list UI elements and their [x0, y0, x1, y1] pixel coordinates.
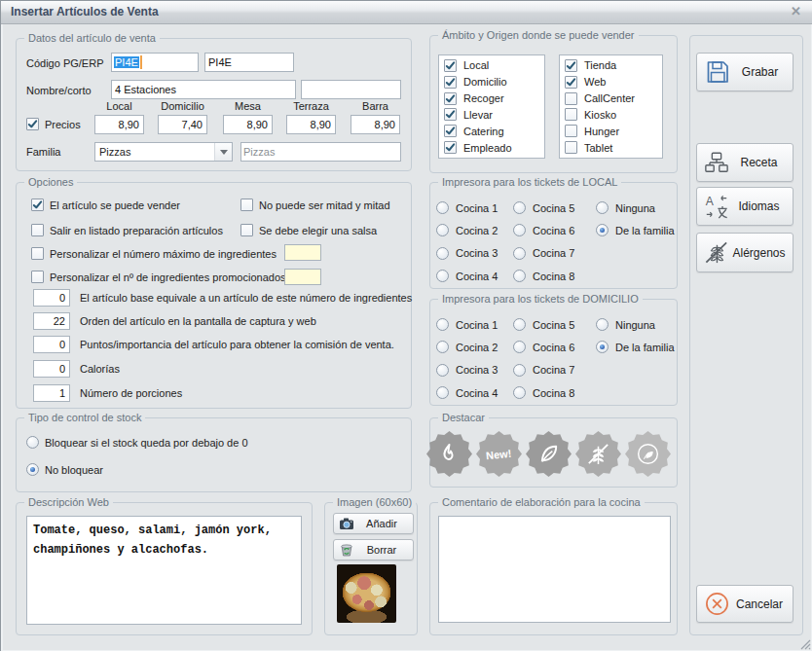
dom-cocina1-radio[interactable]: [436, 318, 449, 331]
local-cocina5-radio[interactable]: [513, 201, 526, 214]
badge-nuevo[interactable]: New!: [476, 431, 522, 477]
ambito-callcenter-checkbox[interactable]: [565, 92, 577, 105]
badge-sin-gluten[interactable]: [575, 431, 621, 477]
group-impresora-domicilio-title: Impresora para los tickets de DOMICILIO: [438, 293, 643, 306]
price-terraza-input[interactable]: [286, 115, 336, 134]
ambito-recoger-checkbox[interactable]: [444, 92, 457, 105]
nombre-input[interactable]: [111, 80, 296, 99]
radio-label: Cocina 2: [456, 342, 498, 353]
anadir-imagen-button[interactable]: Añadir: [333, 513, 414, 534]
resize-grip[interactable]: [800, 639, 811, 650]
puntos-input[interactable]: [33, 336, 70, 353]
price-mesa-input[interactable]: [223, 115, 273, 134]
local-cocina8-radio[interactable]: [513, 270, 526, 282]
radio-column: Cocina 5 Cocina 6 Cocina 7 Cocina 8: [513, 197, 574, 287]
radio-column: Ninguna De la familia: [596, 313, 675, 359]
grabar-button[interactable]: Grabar: [696, 53, 794, 91]
ambito-domicilio-checkbox[interactable]: [444, 76, 457, 89]
local-cocina6-radio[interactable]: [513, 224, 526, 236]
comentario-textarea[interactable]: [438, 516, 671, 623]
precios-checkbox[interactable]: [26, 118, 39, 130]
group-descripcion-web: Descripción Web Tomate, queso, salami, j…: [16, 502, 313, 635]
local-cocina3-radio[interactable]: [436, 247, 449, 260]
salsa-checkbox[interactable]: [240, 224, 253, 236]
price-barra-input[interactable]: [351, 115, 400, 134]
codigo-erp-input[interactable]: [204, 53, 294, 72]
dom-cocina6-radio[interactable]: [513, 341, 526, 353]
base-ingredientes-input[interactable]: [33, 289, 70, 307]
item-label: Catering: [463, 126, 504, 137]
option-label: No puede ser mitad y mitad: [259, 199, 390, 211]
dom-ninguna-radio[interactable]: [596, 318, 609, 331]
alergenos-button[interactable]: Alérgenos: [696, 233, 794, 272]
cancelar-label: Cancelar: [730, 597, 793, 611]
mitad-checkbox[interactable]: [240, 199, 253, 211]
idiomas-button[interactable]: A Idiomas: [696, 187, 794, 226]
ambito-kiosko-checkbox[interactable]: [565, 108, 577, 121]
radio-label: Cocina 6: [533, 342, 574, 353]
dom-cocina8-radio[interactable]: [513, 386, 526, 399]
ambito-hunger-checkbox[interactable]: [565, 125, 577, 137]
dom-familia-radio[interactable]: [596, 341, 609, 353]
max-ingredientes-field[interactable]: [284, 244, 321, 261]
codigo-input[interactable]: PI4E: [111, 53, 199, 72]
trash-icon: [339, 542, 354, 558]
local-cocina4-radio[interactable]: [436, 270, 449, 282]
cancel-x-icon: [704, 591, 730, 617]
ambito-empleado-checkbox[interactable]: [444, 141, 457, 154]
badge-picante[interactable]: [426, 431, 472, 477]
ambito-tienda-checkbox[interactable]: [565, 59, 577, 72]
cancelar-button[interactable]: Cancelar: [696, 585, 794, 623]
stock-no-bloquear-radio[interactable]: [26, 463, 39, 476]
nombre-corto-input[interactable]: [301, 80, 401, 99]
descripcion-web-textarea[interactable]: Tomate, queso, salami, jamón york, champ…: [26, 516, 302, 625]
local-cocina2-radio[interactable]: [436, 224, 449, 236]
listado-checkbox[interactable]: [31, 224, 44, 236]
stock-bloquear-radio[interactable]: [26, 436, 39, 449]
price-local-input[interactable]: [94, 115, 144, 134]
promo-ingredientes-field[interactable]: [284, 269, 321, 285]
max-ingredientes-checkbox[interactable]: [31, 247, 44, 260]
badge-vegano[interactable]: [625, 431, 671, 477]
porciones-input[interactable]: [33, 384, 70, 402]
ambito-web-checkbox[interactable]: [565, 76, 577, 89]
price-domicilio-input[interactable]: [158, 115, 207, 134]
articulo-image-thumbnail: [337, 564, 396, 623]
radio-row: Cocina 3: [436, 359, 498, 381]
calorias-input[interactable]: [33, 360, 70, 378]
vender-checkbox[interactable]: [31, 199, 44, 211]
borrar-imagen-button[interactable]: Borrar: [333, 539, 414, 561]
dom-cocina7-radio[interactable]: [513, 364, 526, 377]
group-imagen: Imagen (60x60) Añadir Borrar: [324, 502, 418, 635]
promo-ingredientes-checkbox[interactable]: [31, 271, 44, 283]
radio-row: Cocina 2: [436, 219, 498, 241]
translate-icon: A: [704, 194, 729, 219]
orden-input[interactable]: [33, 312, 70, 330]
dom-cocina4-radio[interactable]: [436, 386, 449, 399]
option-row: Salir en listado preparación artículos: [31, 224, 223, 236]
radio-row: Cocina 5: [513, 197, 574, 219]
combo-dropdown-zone[interactable]: [214, 143, 232, 161]
ambito-llevar-checkbox[interactable]: [444, 108, 457, 121]
local-familia-radio[interactable]: [596, 224, 609, 236]
ambito-tablet-checkbox[interactable]: [565, 141, 577, 154]
familia-combobox[interactable]: Pizzas: [94, 142, 233, 162]
ambito-list-right: Tienda Web CallCenter Kiosko Hunger Tabl…: [559, 54, 663, 159]
badge-vegetariano[interactable]: [526, 431, 572, 477]
dom-cocina2-radio[interactable]: [436, 341, 449, 353]
close-icon[interactable]: ✕: [791, 4, 801, 18]
local-cocina7-radio[interactable]: [513, 247, 526, 260]
option-row: Personalizar el número máximo de ingredi…: [31, 247, 277, 260]
radio-label: Cocina 5: [533, 319, 574, 331]
group-impresora-local-title: Impresora para los tickets de LOCAL: [438, 176, 621, 189]
ambito-catering-checkbox[interactable]: [444, 125, 457, 137]
dom-cocina5-radio[interactable]: [513, 318, 526, 331]
group-imagen-title: Imagen (60x60): [333, 496, 416, 509]
ambito-local-checkbox[interactable]: [444, 59, 457, 72]
local-ninguna-radio[interactable]: [596, 201, 609, 214]
local-cocina1-radio[interactable]: [436, 201, 449, 214]
receta-button[interactable]: Receta: [696, 143, 794, 182]
group-stock-title: Tipo de control de stock: [24, 412, 145, 424]
radio-label: Cocina 2: [456, 225, 498, 236]
dom-cocina3-radio[interactable]: [436, 364, 449, 377]
